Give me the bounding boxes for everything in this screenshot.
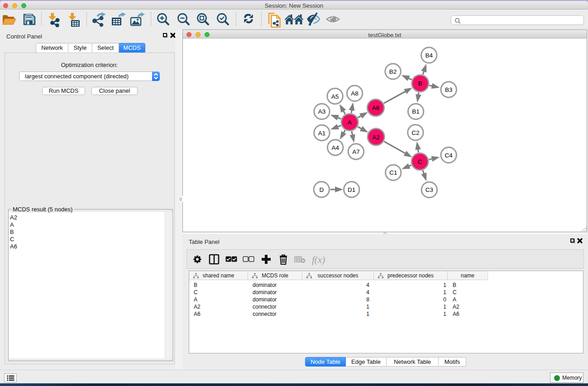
svg-text:B4: B4 [425, 52, 433, 58]
svg-text:A7: A7 [352, 148, 360, 155]
svg-text:A2: A2 [372, 133, 380, 140]
svg-text:C2: C2 [411, 129, 419, 136]
svg-text:A: A [348, 119, 352, 126]
svg-text:A5: A5 [331, 93, 339, 100]
svg-text:C1: C1 [389, 169, 397, 176]
svg-text:A3: A3 [318, 108, 325, 115]
svg-text:B2: B2 [389, 68, 397, 75]
svg-text:C4: C4 [445, 152, 453, 158]
svg-text:A6: A6 [372, 105, 379, 111]
svg-text:C3: C3 [425, 186, 433, 193]
svg-text:A8: A8 [351, 90, 359, 97]
svg-text:A1: A1 [318, 129, 325, 136]
svg-text:A4: A4 [331, 144, 339, 151]
svg-text:B: B [418, 80, 422, 87]
svg-text:C: C [417, 158, 422, 165]
svg-text:D: D [319, 186, 324, 193]
svg-text:B3: B3 [445, 86, 452, 93]
svg-text:D1: D1 [348, 186, 355, 193]
svg-text:B1: B1 [412, 108, 420, 115]
